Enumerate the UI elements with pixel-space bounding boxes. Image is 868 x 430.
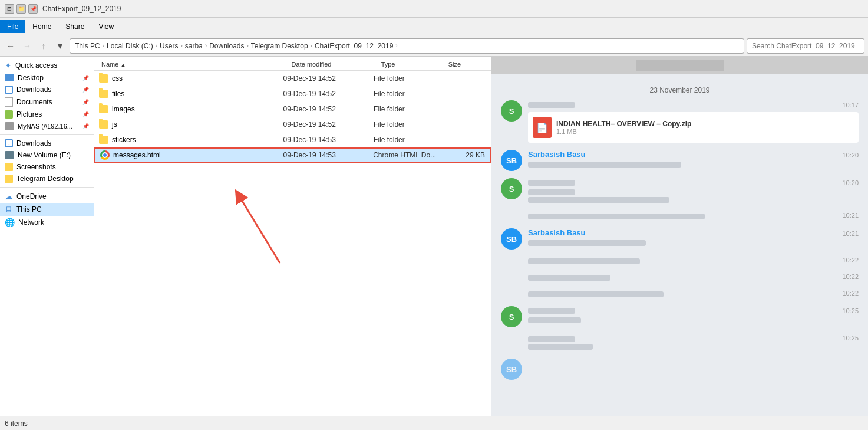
file-type: File folder xyxy=(374,120,440,129)
file-type: File folder xyxy=(374,105,440,113)
file-date: 09-Dec-19 14:52 xyxy=(283,105,371,113)
message-time: 10:20 xyxy=(842,152,859,159)
sidebar-item-label: Network xyxy=(18,218,44,227)
menu-view[interactable]: View xyxy=(91,20,121,33)
col-header-type[interactable]: Type xyxy=(379,60,446,69)
message-time: 10:22 xyxy=(842,257,859,266)
back-button[interactable]: ← xyxy=(4,39,18,53)
forward-button[interactable]: → xyxy=(20,39,34,53)
message-content: 10:17 📄 INDIAN HEALTH– OVERVIEW – Copy.z… xyxy=(528,100,859,143)
path-thispc: This PC xyxy=(75,42,100,50)
message-time: 10:22 xyxy=(842,290,859,299)
sidebar-item-label: This PC xyxy=(16,205,42,214)
message-content: Sarbasish Basu 10:21 xyxy=(528,228,859,248)
file-row[interactable]: css 09-Dec-19 14:52 File folder xyxy=(94,71,491,86)
file-row[interactable]: files 09-Dec-19 14:52 File folder xyxy=(94,86,491,101)
sidebar-item-onedrive[interactable]: ☁ OneDrive xyxy=(0,190,94,203)
pictures-icon xyxy=(5,110,13,119)
file-name-text: js xyxy=(112,120,117,129)
message-row: 10:25 xyxy=(501,334,859,352)
file-date: 09-Dec-19 14:53 xyxy=(283,151,371,159)
recent-locations-button[interactable]: ▼ xyxy=(53,39,67,53)
blurred-text xyxy=(528,214,705,219)
menu-file[interactable]: File xyxy=(0,20,25,33)
message-content: 10:22 xyxy=(528,290,859,299)
attachment-name: INDIAN HEALTH– OVERVIEW – Copy.zip xyxy=(556,120,691,128)
sidebar-item-label: Documents xyxy=(16,98,52,106)
network-icon: 🌐 xyxy=(5,218,15,227)
sidebar: ✦ Quick access Desktop 📌 ↓ Downloads 📌 D… xyxy=(0,57,94,416)
col-header-date[interactable]: Date modified xyxy=(289,60,379,69)
path-telegram: Telegram Desktop xyxy=(251,42,308,50)
telegram-folder-icon xyxy=(5,175,13,183)
avatar-partial: SB xyxy=(501,359,522,380)
path-localc: Local Disk (C:) xyxy=(107,42,153,50)
sidebar-item-label: Downloads xyxy=(16,86,51,94)
sidebar-item-label: Pictures xyxy=(16,110,42,119)
up-button[interactable]: ↑ xyxy=(37,39,51,53)
file-date: 09-Dec-19 14:53 xyxy=(283,136,371,144)
path-chatexport: ChatExport_09_12_2019 xyxy=(315,42,393,50)
blurred-text xyxy=(528,344,593,350)
pin-icon: 📌 xyxy=(82,123,89,129)
sidebar-item-downloads-pinned[interactable]: ↓ Downloads 📌 xyxy=(0,84,94,96)
message-content: 10:25 xyxy=(528,306,859,325)
file-row[interactable]: images 09-Dec-19 14:52 File folder xyxy=(94,101,491,117)
sidebar-item-pictures[interactable]: Pictures 📌 xyxy=(0,109,94,120)
pin-icon: 📌 xyxy=(82,99,89,105)
messages-html-row[interactable]: messages.html 09-Dec-19 14:53 Chrome HTM… xyxy=(94,147,491,163)
blurred-text xyxy=(528,189,575,195)
file-name-text: messages.html xyxy=(113,151,161,159)
folder-icon xyxy=(99,90,108,98)
quickaccess-label: Quick access xyxy=(15,61,57,70)
blurred-text xyxy=(528,336,575,342)
col-header-size[interactable]: Size xyxy=(446,60,491,69)
message-time: 10:25 xyxy=(842,307,859,314)
message-sender: Sarbasish Basu xyxy=(528,150,586,159)
file-row[interactable]: stickers 09-Dec-19 14:53 File folder xyxy=(94,132,491,147)
address-path[interactable]: This PC › Local Disk (C:) › Users › sarb… xyxy=(70,38,744,54)
message-row: 10:22 xyxy=(501,257,859,266)
blurred-text xyxy=(528,275,610,281)
message-row: SB Sarbasish Basu 10:21 xyxy=(501,228,859,250)
file-name-text: stickers xyxy=(112,136,136,144)
sidebar-item-label: MyNAS (\\192.16... xyxy=(18,123,72,130)
sidebar-item-label: Screenshots xyxy=(16,163,56,171)
pin-icon: 📌 xyxy=(82,87,89,93)
sidebar-item-newvolume[interactable]: New Volume (E:) xyxy=(0,149,94,161)
file-size: 29 KB xyxy=(441,151,485,159)
sidebar-item-downloads2[interactable]: ↓ Downloads xyxy=(0,137,94,149)
path-sarba: sarba xyxy=(185,42,203,50)
message-time: 10:21 xyxy=(842,212,859,221)
sender-blurred xyxy=(528,308,575,314)
sidebar-item-telegram[interactable]: Telegram Desktop xyxy=(0,173,94,185)
sidebar-item-label: Downloads xyxy=(16,139,51,147)
chat-area: 23 November 2019 S 10:17 📄 INDIAN HEALTH… xyxy=(491,74,868,416)
sidebar-item-network[interactable]: 🌐 Network xyxy=(0,216,94,229)
file-type: File folder xyxy=(374,74,440,83)
right-panel: 23 November 2019 S 10:17 📄 INDIAN HEALTH… xyxy=(491,57,868,416)
col-header-name[interactable]: Name ▲ xyxy=(99,60,289,69)
message-content: 10:25 xyxy=(528,334,859,352)
search-input[interactable] xyxy=(747,38,864,54)
file-name-text: css xyxy=(112,74,123,83)
blurred-text xyxy=(528,162,681,168)
pin-icon: 📌 xyxy=(28,4,38,14)
menu-home[interactable]: Home xyxy=(25,20,58,33)
desktop-icon xyxy=(5,74,14,81)
sidebar-item-label: Desktop xyxy=(18,74,44,82)
message-content: 10:22 xyxy=(528,257,859,266)
message-row: S 10:25 xyxy=(501,306,859,327)
blurred-text xyxy=(528,291,664,297)
onedrive-icon: ☁ xyxy=(5,192,13,201)
sidebar-item-documents[interactable]: Documents 📌 xyxy=(0,96,94,109)
sidebar-item-screenshots[interactable]: Screenshots xyxy=(0,161,94,173)
menu-share[interactable]: Share xyxy=(58,20,91,33)
sidebar-item-desktop[interactable]: Desktop 📌 xyxy=(0,72,94,84)
folder-icon xyxy=(99,105,108,113)
file-list-header: Name ▲ Date modified Type Size xyxy=(94,57,491,71)
file-row[interactable]: js 09-Dec-19 14:52 File folder xyxy=(94,117,491,132)
sidebar-item-mynas[interactable]: MyNAS (\\192.16... 📌 xyxy=(0,120,94,132)
sidebar-item-thispc[interactable]: 🖥 This PC xyxy=(0,203,94,216)
sidebar-quickaccess-header[interactable]: ✦ Quick access xyxy=(0,59,94,72)
